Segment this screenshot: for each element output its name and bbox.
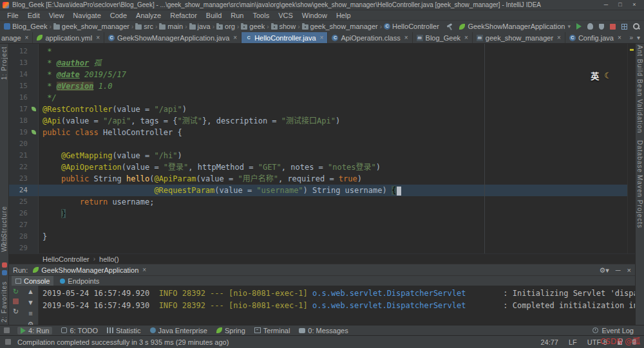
tab-close-icon[interactable]: × [618,34,621,41]
breadcrumb-item[interactable]: java [189,23,211,30]
console-output[interactable]: 2019-05-24 16:57:49.920 INFO 28392 --- [… [39,286,635,325]
menu-window[interactable]: Window [298,12,332,19]
spring-bean-icon[interactable] [32,130,36,134]
breadcrumb-item[interactable]: src [135,23,153,30]
caret-position[interactable]: 24:77 [540,338,558,346]
menu-help[interactable]: Help [332,12,355,19]
run-button[interactable] [576,23,582,30]
status-message[interactable]: Compilation completed successfully in 3 … [17,338,229,346]
editor-tab[interactable]: anage× [0,32,33,43]
menu-navigate[interactable]: Navigate [68,12,105,19]
run-tab[interactable]: GeekShowManagerApplication × [33,266,146,274]
menu-build[interactable]: Build [202,12,226,19]
toolwindow-button-spring[interactable]: Spring [216,327,245,334]
toolwindow-button-database[interactable]: Database [636,140,643,173]
editor-tab[interactable]: GeekShowManagerApplication.java× [104,32,242,43]
editor-tab[interactable]: HelloController.java× [242,32,328,43]
tab-close-icon[interactable]: × [320,34,324,41]
tabs-scroll-right-icon[interactable]: » [629,34,633,41]
toolwindow-stripe-icon-red[interactable] [2,262,7,268]
editor-tab[interactable]: ApiOperation.class× [328,32,412,43]
statusbar-toggle-icon[interactable] [5,339,11,345]
build-hammer-icon[interactable] [446,23,453,30]
spring-boot-icon [33,267,39,273]
toolwindow-button-maven-projects[interactable]: Maven Projects [636,175,643,228]
warning-stripe-mark[interactable] [630,49,634,51]
console-tab[interactable]: Console [12,276,53,286]
close-button[interactable]: × [627,0,641,10]
toolwindow-button-web[interactable]: Web [1,237,8,252]
breadcrumb-item[interactable]: HelloController [384,23,439,30]
toolwindow-button-0-messages[interactable]: 0: Messages [299,327,348,334]
breadcrumb-method[interactable]: hello() [99,255,119,263]
menu-refactor[interactable]: Refactor [166,12,202,19]
tab-close-icon[interactable]: × [233,34,237,41]
toolwindow-button-project[interactable]: 1: Project [1,46,8,80]
editor-tab[interactable]: Blog_Geek× [413,32,473,43]
menu-view[interactable]: View [44,12,69,19]
toolwindow-stripe-icon-blue[interactable] [2,270,7,275]
editor-tab[interactable]: geek_show_manager× [473,32,565,43]
menu-edit[interactable]: Edit [23,12,44,19]
spring-bean-icon[interactable] [32,107,36,111]
breadcrumb-item[interactable]: Blog_Geek [4,23,47,30]
ime-moon-icon[interactable]: ☾ [604,71,609,80]
breadcrumb-class[interactable]: HelloController [43,255,90,263]
event-log-button[interactable]: Event Log [592,327,640,334]
tab-close-icon[interactable]: × [25,34,29,41]
toolwindow-switcher-icon[interactable] [4,327,10,333]
toolwindow-button-terminal[interactable]: Terminal [254,327,290,334]
editor-tab[interactable]: application.yml× [33,32,104,43]
scroll-down-icon[interactable]: ▼ [27,298,34,306]
breadcrumb-item[interactable]: geek_show_manager [302,23,378,30]
tab-close-icon[interactable]: × [96,34,100,41]
menu-analyze[interactable]: Analyze [131,12,166,19]
scroll-up-icon[interactable]: ▲ [27,288,34,295]
tabs-list-icon[interactable]: ▾ [637,34,640,41]
menu-tools[interactable]: Tools [248,12,274,19]
toolwindow-button-4-run[interactable]: 4: Run [17,327,52,334]
stop-icon[interactable] [13,298,19,304]
debug-button[interactable] [587,23,593,30]
settings-gear-icon[interactable]: ⚙▾ [599,266,609,274]
search-everywhere-icon[interactable] [633,23,640,30]
breadcrumb-item[interactable]: main [159,23,183,30]
soft-wrap-icon[interactable]: ≡ [28,309,32,317]
close-toolwindow-icon[interactable]: × [627,266,631,274]
toolwindow-button-6-todo[interactable]: 6: TODO [61,327,98,334]
menu-vcs[interactable]: VCS [274,12,298,19]
error-stripe[interactable] [627,44,635,253]
code-area[interactable]: 英 ☾ * * @author 孤 * @date 2019/5/17 * @V… [39,44,627,253]
coverage-button[interactable] [599,24,604,30]
breadcrumb-item[interactable]: show [271,23,296,30]
minimize-button[interactable]: ─ [599,0,613,10]
maximize-button[interactable]: □ [613,0,627,10]
ime-language-indicator[interactable]: 英 [591,69,599,82]
editor-tab[interactable]: Config.java× [565,32,626,43]
toolwindow-button-ant-build[interactable]: Ant Build [636,45,643,77]
minimize-toolwindow-icon[interactable]: ─ [616,266,621,274]
line-separator[interactable]: LF [569,338,577,346]
restart-icon[interactable]: ↻ [13,307,19,315]
menu-run[interactable]: Run [226,12,248,19]
layout-icon[interactable] [621,24,627,30]
rerun-icon[interactable]: ↻ [13,288,19,295]
breadcrumb-item[interactable]: geek [241,23,265,30]
tab-close-icon[interactable]: × [557,34,561,41]
toolwindow-button-statistic[interactable]: Statistic [107,327,141,334]
toolwindow-button-bean-validation[interactable]: Bean Validation [636,79,643,133]
tab-close-icon[interactable]: × [464,34,468,41]
console-token: INFO 28392 --- [nio-8081-exec-1] [159,289,308,298]
breadcrumb-item[interactable]: geek_show_manager [53,23,129,30]
run-tab-close-icon[interactable]: × [142,266,146,273]
toolwindow-button-favorites[interactable]: 2: Favorites [1,281,8,322]
menu-code[interactable]: Code [106,12,131,19]
toolwindow-button-java-enterprise[interactable]: Java Enterprise [150,327,207,334]
stop-button[interactable] [610,24,616,30]
endpoints-tab[interactable]: Endpoints [56,276,103,286]
breadcrumb-item[interactable]: org [216,23,235,30]
menu-file[interactable]: File [3,12,23,19]
editor[interactable]: 121314151617181920212223242526272829 英 ☾… [9,44,635,253]
tab-close-icon[interactable]: × [404,34,408,41]
run-configuration-selector[interactable]: GeekShowManagerApplication ▾ [459,23,571,30]
